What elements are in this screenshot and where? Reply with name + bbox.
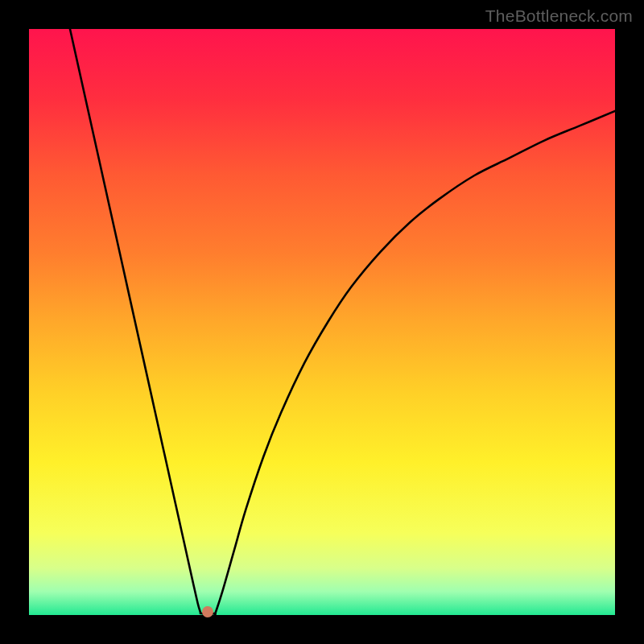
watermark: TheBottleneck.com [485, 6, 633, 26]
chart-svg [29, 29, 615, 615]
gradient-background [29, 29, 615, 615]
chart-frame [29, 29, 615, 615]
minimum-point-marker [202, 606, 213, 617]
